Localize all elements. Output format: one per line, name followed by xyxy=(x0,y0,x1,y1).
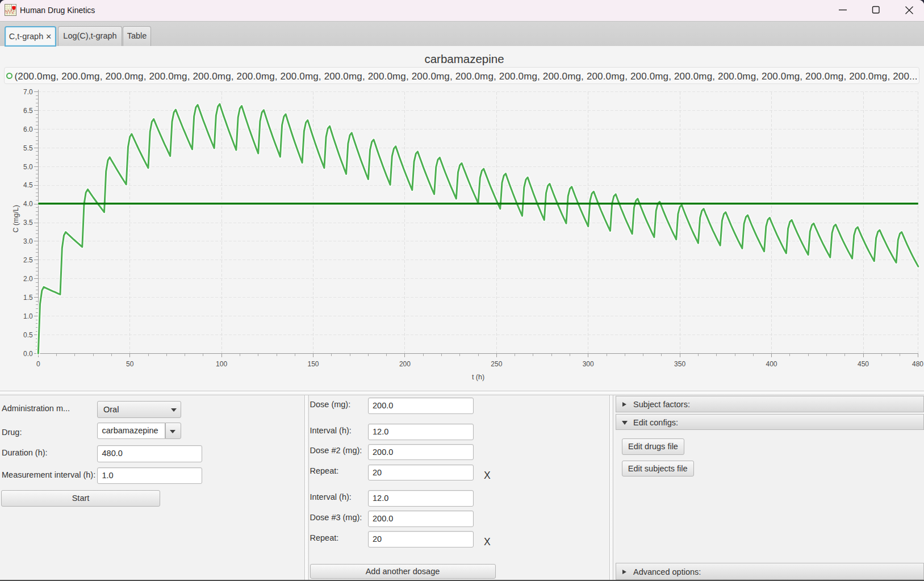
svg-text:5.5: 5.5 xyxy=(23,144,33,152)
svg-text:5.0: 5.0 xyxy=(23,162,33,170)
svg-text:3.5: 3.5 xyxy=(23,219,33,227)
svg-text:350: 350 xyxy=(674,360,685,367)
svg-text:480: 480 xyxy=(912,360,923,367)
svg-text:6.0: 6.0 xyxy=(23,125,33,133)
svg-text:0.0: 0.0 xyxy=(23,349,33,357)
svg-text:450: 450 xyxy=(858,360,869,367)
svg-text:400: 400 xyxy=(766,360,777,367)
svg-text:150: 150 xyxy=(307,360,319,367)
svg-text:2.0: 2.0 xyxy=(23,275,33,283)
svg-text:t (h): t (h) xyxy=(472,373,484,381)
svg-text:300: 300 xyxy=(583,360,594,367)
svg-text:50: 50 xyxy=(126,360,134,367)
svg-text:0.5: 0.5 xyxy=(23,331,33,338)
svg-text:4.0: 4.0 xyxy=(23,200,33,208)
svg-text:4.5: 4.5 xyxy=(23,181,33,189)
svg-text:3.0: 3.0 xyxy=(23,237,33,245)
svg-text:6.5: 6.5 xyxy=(23,106,33,114)
svg-text:250: 250 xyxy=(491,360,502,367)
svg-text:C (mg/L): C (mg/L) xyxy=(12,204,20,232)
svg-text:1.0: 1.0 xyxy=(23,312,33,320)
svg-text:200: 200 xyxy=(399,360,411,367)
svg-text:1.5: 1.5 xyxy=(23,294,33,302)
svg-text:0: 0 xyxy=(36,360,40,367)
svg-text:2.5: 2.5 xyxy=(23,256,33,264)
svg-text:100: 100 xyxy=(216,360,227,367)
svg-text:7.0: 7.0 xyxy=(23,87,33,95)
